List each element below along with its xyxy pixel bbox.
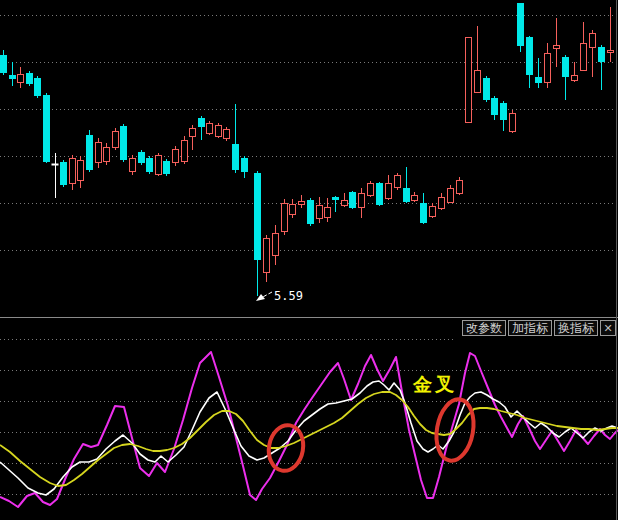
golden-cross-label: 金叉 <box>412 374 457 395</box>
price-annotation: 5.59 <box>256 289 303 303</box>
close-panel-button[interactable]: ✕ <box>600 320 616 336</box>
trading-app-window: 5.59 金叉 改参数 加指标 换指标 ✕ <box>0 0 618 520</box>
change-params-button[interactable]: 改参数 <box>462 320 506 336</box>
close-icon: ✕ <box>603 322 612 334</box>
kline-candles <box>0 3 614 296</box>
price-annotation-text: 5.59 <box>274 289 303 303</box>
add-indicator-button[interactable]: 加指标 <box>508 320 552 336</box>
indicator-lines <box>0 352 618 507</box>
switch-indicator-button[interactable]: 换指标 <box>554 320 598 336</box>
trading-chart-canvas[interactable]: 5.59 金叉 <box>0 0 618 520</box>
indicator-toolbar: 改参数 加指标 换指标 ✕ <box>462 320 616 336</box>
